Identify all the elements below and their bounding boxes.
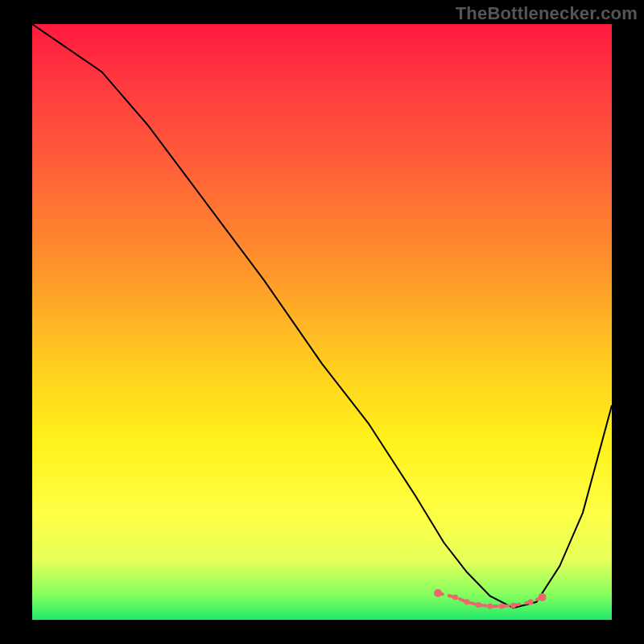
marker-dot xyxy=(476,602,481,608)
marker-dot xyxy=(452,594,458,600)
marker-dot xyxy=(539,593,547,601)
marker-dot xyxy=(464,599,470,605)
marker-dot xyxy=(487,604,493,609)
optimal-range-markers xyxy=(434,589,547,609)
marker-dot xyxy=(434,589,442,597)
chart-container: TheBottlenecker.com xyxy=(0,0,644,644)
plot-area xyxy=(32,24,612,620)
watermark-label: TheBottlenecker.com xyxy=(456,3,638,24)
marker-dot xyxy=(510,603,516,609)
plot-overlay xyxy=(32,24,612,620)
marker-dot xyxy=(528,599,534,605)
marker-dot xyxy=(499,604,505,609)
bottleneck-curve xyxy=(32,24,612,608)
